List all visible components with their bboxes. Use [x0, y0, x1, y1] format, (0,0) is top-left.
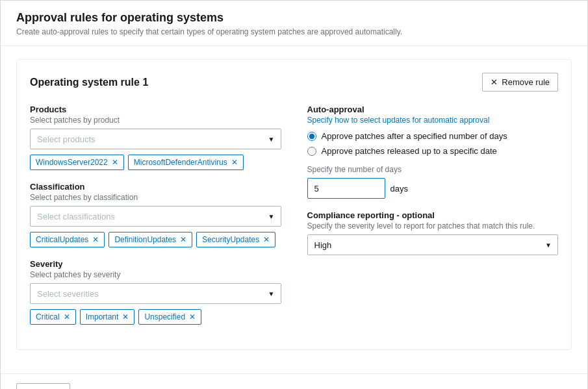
compliance-select[interactable]: High Medium Low Critical Unspecified: [307, 234, 559, 255]
remove-rule-button[interactable]: ✕ Remove rule: [482, 73, 558, 92]
products-select[interactable]: Select products: [30, 129, 281, 149]
page-title: Approval rules for operating systems: [16, 11, 572, 25]
severity-tag-critical: Critical ✕: [30, 309, 76, 325]
product-tag-ws2022-close[interactable]: ✕: [112, 158, 118, 166]
radio-days-input[interactable]: [307, 132, 316, 141]
compliance-select-wrapper: High Medium Low Critical Unspecified ▼: [307, 234, 559, 255]
classification-select-wrapper: Select classifications ▼: [30, 206, 281, 227]
compliance-title-optional: - optional: [394, 210, 435, 220]
classification-tag-du: DefinitionUpdates ✕: [109, 232, 192, 247]
radio-days-label: Approve patches after a specified number…: [322, 131, 507, 141]
radio-days-item[interactable]: Approve patches after a specified number…: [307, 131, 559, 141]
rule-title: Operating system rule 1: [30, 77, 148, 88]
severity-label: Severity: [30, 259, 281, 269]
products-tags: WindowsServer2022 ✕ MicrosoftDefenderAnt…: [30, 155, 281, 170]
classification-sublabel: Select patches by classification: [30, 193, 281, 202]
days-suffix: days: [390, 184, 408, 194]
classification-tag-su-close[interactable]: ✕: [263, 236, 270, 244]
days-field-label: Specify the number of days: [307, 165, 559, 174]
severity-tag-important-close[interactable]: ✕: [122, 313, 129, 321]
product-tag-ws2022: WindowsServer2022 ✕: [30, 155, 124, 170]
classification-label: Classification: [30, 182, 281, 192]
rule-body: Products Select patches by product Selec…: [30, 105, 558, 336]
product-tag-mda-close[interactable]: ✕: [231, 158, 238, 166]
remove-rule-label: Remove rule: [502, 77, 550, 87]
severity-tag-critical-close[interactable]: ✕: [64, 313, 70, 321]
product-tag-mda-label: MicrosoftDefenderAntivirus: [134, 158, 227, 167]
product-tag-mda: MicrosoftDefenderAntivirus ✕: [128, 155, 244, 170]
x-icon: ✕: [491, 77, 498, 87]
compliance-sublabel: Specify the severity level to report for…: [307, 221, 559, 231]
auto-approval-title: Auto-approval: [307, 105, 559, 114]
classification-tags: CriticalUpdates ✕ DefinitionUpdates ✕ Se…: [30, 232, 281, 247]
rule-header: Operating system rule 1 ✕ Remove rule: [30, 73, 558, 92]
classification-tag-cu: CriticalUpdates ✕: [30, 232, 105, 247]
page-wrapper: Approval rules for operating systems Cre…: [0, 0, 588, 389]
days-input-row: 5 days: [307, 178, 559, 199]
classification-tag-du-close[interactable]: ✕: [180, 236, 186, 244]
classification-tag-su: SecurityUpdates ✕: [196, 232, 275, 247]
auto-approval-sublabel: Specify how to select updates for automa…: [307, 116, 559, 125]
page-header: Approval rules for operating systems Cre…: [1, 1, 587, 46]
rule-card: Operating system rule 1 ✕ Remove rule Pr…: [16, 59, 572, 350]
add-rule-button[interactable]: Add rule: [16, 383, 70, 389]
classification-tag-cu-label: CriticalUpdates: [36, 235, 88, 244]
radio-date-input[interactable]: [307, 147, 316, 156]
radio-date-item[interactable]: Approve patches released up to a specifi…: [307, 146, 559, 156]
right-column: Auto-approval Specify how to select upda…: [307, 105, 559, 336]
days-input[interactable]: 5: [307, 178, 385, 199]
classification-select[interactable]: Select classifications: [30, 206, 281, 227]
compliance-title-text: Compliance reporting: [307, 210, 394, 220]
severity-tag-important: Important ✕: [80, 309, 135, 325]
severity-tag-unspecified: Unspecified ✕: [138, 309, 201, 325]
days-field-group: Specify the number of days 5 days: [307, 165, 559, 199]
page-content: Operating system rule 1 ✕ Remove rule Pr…: [1, 46, 587, 373]
severity-tag-unspecified-label: Unspecified: [144, 312, 185, 321]
page-footer: Add rule 9 remaining: [1, 373, 587, 389]
products-select-wrapper: Select products ▼: [30, 129, 281, 149]
auto-approval-section: Auto-approval Specify how to select upda…: [307, 105, 559, 199]
severity-group: Severity Select patches by severity Sele…: [30, 259, 281, 325]
products-group: Products Select patches by product Selec…: [30, 105, 281, 170]
classification-tag-cu-close[interactable]: ✕: [92, 236, 99, 244]
classification-group: Classification Select patches by classif…: [30, 182, 281, 247]
compliance-title: Compliance reporting - optional: [307, 210, 559, 220]
left-column: Products Select patches by product Selec…: [30, 105, 281, 336]
severity-tag-unspecified-close[interactable]: ✕: [189, 313, 196, 321]
compliance-section: Compliance reporting - optional Specify …: [307, 210, 559, 255]
severity-sublabel: Select patches by severity: [30, 270, 281, 279]
classification-tag-su-label: SecurityUpdates: [202, 235, 259, 244]
severity-tags: Critical ✕ Important ✕ Unspecified ✕: [30, 309, 281, 325]
classification-tag-du-label: DefinitionUpdates: [114, 235, 176, 244]
radio-date-label: Approve patches released up to a specifi…: [322, 146, 497, 156]
auto-approval-radio-group: Approve patches after a specified number…: [307, 131, 559, 156]
product-tag-ws2022-label: WindowsServer2022: [36, 158, 108, 167]
severity-select-wrapper: Select severities ▼: [30, 283, 281, 304]
severity-tag-important-label: Important: [86, 312, 119, 321]
products-label: Products: [30, 105, 281, 114]
severity-select[interactable]: Select severities: [30, 283, 281, 304]
severity-tag-critical-label: Critical: [36, 312, 60, 321]
page-subtitle: Create auto-approval rules to specify th…: [16, 27, 572, 36]
products-sublabel: Select patches by product: [30, 116, 281, 125]
